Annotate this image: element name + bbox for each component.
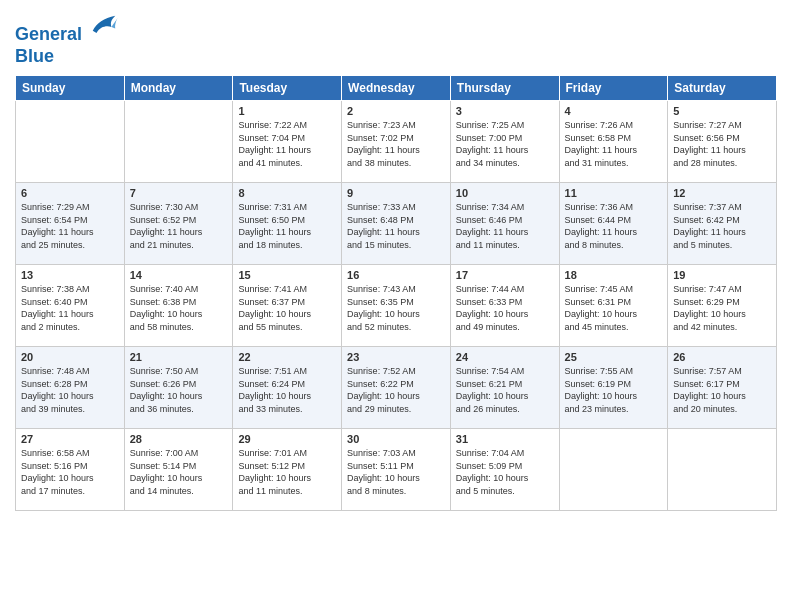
cell-content: Sunrise: 7:01 AM Sunset: 5:12 PM Dayligh… xyxy=(238,447,336,497)
day-number: 22 xyxy=(238,351,336,363)
calendar-cell: 13Sunrise: 7:38 AM Sunset: 6:40 PM Dayli… xyxy=(16,265,125,347)
day-number: 10 xyxy=(456,187,554,199)
logo-blue: Blue xyxy=(15,46,54,66)
calendar-cell xyxy=(668,429,777,511)
calendar-cell: 9Sunrise: 7:33 AM Sunset: 6:48 PM Daylig… xyxy=(342,183,451,265)
calendar-week-row: 1Sunrise: 7:22 AM Sunset: 7:04 PM Daylig… xyxy=(16,101,777,183)
cell-content: Sunrise: 7:22 AM Sunset: 7:04 PM Dayligh… xyxy=(238,119,336,169)
day-number: 3 xyxy=(456,105,554,117)
cell-content: Sunrise: 6:58 AM Sunset: 5:16 PM Dayligh… xyxy=(21,447,119,497)
calendar-cell: 30Sunrise: 7:03 AM Sunset: 5:11 PM Dayli… xyxy=(342,429,451,511)
day-number: 7 xyxy=(130,187,228,199)
calendar-cell: 3Sunrise: 7:25 AM Sunset: 7:00 PM Daylig… xyxy=(450,101,559,183)
cell-content: Sunrise: 7:51 AM Sunset: 6:24 PM Dayligh… xyxy=(238,365,336,415)
logo: General Blue xyxy=(15,10,119,67)
cell-content: Sunrise: 7:33 AM Sunset: 6:48 PM Dayligh… xyxy=(347,201,445,251)
calendar-cell: 7Sunrise: 7:30 AM Sunset: 6:52 PM Daylig… xyxy=(124,183,233,265)
calendar-week-row: 27Sunrise: 6:58 AM Sunset: 5:16 PM Dayli… xyxy=(16,429,777,511)
cell-content: Sunrise: 7:23 AM Sunset: 7:02 PM Dayligh… xyxy=(347,119,445,169)
cell-content: Sunrise: 7:29 AM Sunset: 6:54 PM Dayligh… xyxy=(21,201,119,251)
day-number: 23 xyxy=(347,351,445,363)
cell-content: Sunrise: 7:26 AM Sunset: 6:58 PM Dayligh… xyxy=(565,119,663,169)
logo-general: General xyxy=(15,24,82,44)
calendar-cell: 4Sunrise: 7:26 AM Sunset: 6:58 PM Daylig… xyxy=(559,101,668,183)
calendar-week-row: 13Sunrise: 7:38 AM Sunset: 6:40 PM Dayli… xyxy=(16,265,777,347)
cell-content: Sunrise: 7:27 AM Sunset: 6:56 PM Dayligh… xyxy=(673,119,771,169)
calendar-cell: 8Sunrise: 7:31 AM Sunset: 6:50 PM Daylig… xyxy=(233,183,342,265)
cell-content: Sunrise: 7:25 AM Sunset: 7:00 PM Dayligh… xyxy=(456,119,554,169)
day-number: 17 xyxy=(456,269,554,281)
cell-content: Sunrise: 7:57 AM Sunset: 6:17 PM Dayligh… xyxy=(673,365,771,415)
day-number: 31 xyxy=(456,433,554,445)
weekday-header: Tuesday xyxy=(233,76,342,101)
calendar-cell: 14Sunrise: 7:40 AM Sunset: 6:38 PM Dayli… xyxy=(124,265,233,347)
day-number: 9 xyxy=(347,187,445,199)
calendar-cell: 27Sunrise: 6:58 AM Sunset: 5:16 PM Dayli… xyxy=(16,429,125,511)
cell-content: Sunrise: 7:52 AM Sunset: 6:22 PM Dayligh… xyxy=(347,365,445,415)
day-number: 25 xyxy=(565,351,663,363)
cell-content: Sunrise: 7:47 AM Sunset: 6:29 PM Dayligh… xyxy=(673,283,771,333)
page: General Blue SundayMondayTuesdayWednesda… xyxy=(0,0,792,612)
calendar-cell xyxy=(16,101,125,183)
cell-content: Sunrise: 7:31 AM Sunset: 6:50 PM Dayligh… xyxy=(238,201,336,251)
weekday-header: Sunday xyxy=(16,76,125,101)
calendar-cell: 5Sunrise: 7:27 AM Sunset: 6:56 PM Daylig… xyxy=(668,101,777,183)
day-number: 15 xyxy=(238,269,336,281)
day-number: 28 xyxy=(130,433,228,445)
day-number: 19 xyxy=(673,269,771,281)
day-number: 6 xyxy=(21,187,119,199)
weekday-header: Saturday xyxy=(668,76,777,101)
calendar-week-row: 6Sunrise: 7:29 AM Sunset: 6:54 PM Daylig… xyxy=(16,183,777,265)
cell-content: Sunrise: 7:36 AM Sunset: 6:44 PM Dayligh… xyxy=(565,201,663,251)
header: General Blue xyxy=(15,10,777,67)
weekday-header: Monday xyxy=(124,76,233,101)
day-number: 11 xyxy=(565,187,663,199)
weekday-header: Thursday xyxy=(450,76,559,101)
logo-bird-icon xyxy=(89,10,119,40)
cell-content: Sunrise: 7:00 AM Sunset: 5:14 PM Dayligh… xyxy=(130,447,228,497)
day-number: 21 xyxy=(130,351,228,363)
day-number: 18 xyxy=(565,269,663,281)
calendar-cell: 12Sunrise: 7:37 AM Sunset: 6:42 PM Dayli… xyxy=(668,183,777,265)
calendar-cell: 26Sunrise: 7:57 AM Sunset: 6:17 PM Dayli… xyxy=(668,347,777,429)
day-number: 20 xyxy=(21,351,119,363)
cell-content: Sunrise: 7:03 AM Sunset: 5:11 PM Dayligh… xyxy=(347,447,445,497)
calendar-cell: 29Sunrise: 7:01 AM Sunset: 5:12 PM Dayli… xyxy=(233,429,342,511)
calendar-cell: 2Sunrise: 7:23 AM Sunset: 7:02 PM Daylig… xyxy=(342,101,451,183)
calendar-cell: 23Sunrise: 7:52 AM Sunset: 6:22 PM Dayli… xyxy=(342,347,451,429)
day-number: 1 xyxy=(238,105,336,117)
cell-content: Sunrise: 7:45 AM Sunset: 6:31 PM Dayligh… xyxy=(565,283,663,333)
day-number: 26 xyxy=(673,351,771,363)
day-number: 12 xyxy=(673,187,771,199)
calendar-cell: 24Sunrise: 7:54 AM Sunset: 6:21 PM Dayli… xyxy=(450,347,559,429)
day-number: 13 xyxy=(21,269,119,281)
day-number: 30 xyxy=(347,433,445,445)
calendar-cell: 16Sunrise: 7:43 AM Sunset: 6:35 PM Dayli… xyxy=(342,265,451,347)
calendar-cell: 21Sunrise: 7:50 AM Sunset: 6:26 PM Dayli… xyxy=(124,347,233,429)
cell-content: Sunrise: 7:41 AM Sunset: 6:37 PM Dayligh… xyxy=(238,283,336,333)
cell-content: Sunrise: 7:44 AM Sunset: 6:33 PM Dayligh… xyxy=(456,283,554,333)
calendar-cell: 10Sunrise: 7:34 AM Sunset: 6:46 PM Dayli… xyxy=(450,183,559,265)
calendar-cell: 1Sunrise: 7:22 AM Sunset: 7:04 PM Daylig… xyxy=(233,101,342,183)
logo-text: General Blue xyxy=(15,10,119,67)
day-number: 14 xyxy=(130,269,228,281)
cell-content: Sunrise: 7:55 AM Sunset: 6:19 PM Dayligh… xyxy=(565,365,663,415)
calendar-cell: 20Sunrise: 7:48 AM Sunset: 6:28 PM Dayli… xyxy=(16,347,125,429)
calendar-cell xyxy=(559,429,668,511)
day-number: 5 xyxy=(673,105,771,117)
cell-content: Sunrise: 7:30 AM Sunset: 6:52 PM Dayligh… xyxy=(130,201,228,251)
cell-content: Sunrise: 7:48 AM Sunset: 6:28 PM Dayligh… xyxy=(21,365,119,415)
calendar-cell: 17Sunrise: 7:44 AM Sunset: 6:33 PM Dayli… xyxy=(450,265,559,347)
calendar-cell: 19Sunrise: 7:47 AM Sunset: 6:29 PM Dayli… xyxy=(668,265,777,347)
weekday-header: Wednesday xyxy=(342,76,451,101)
cell-content: Sunrise: 7:34 AM Sunset: 6:46 PM Dayligh… xyxy=(456,201,554,251)
cell-content: Sunrise: 7:40 AM Sunset: 6:38 PM Dayligh… xyxy=(130,283,228,333)
calendar-cell: 11Sunrise: 7:36 AM Sunset: 6:44 PM Dayli… xyxy=(559,183,668,265)
day-number: 8 xyxy=(238,187,336,199)
day-number: 16 xyxy=(347,269,445,281)
day-number: 29 xyxy=(238,433,336,445)
calendar-cell: 15Sunrise: 7:41 AM Sunset: 6:37 PM Dayli… xyxy=(233,265,342,347)
day-number: 2 xyxy=(347,105,445,117)
cell-content: Sunrise: 7:38 AM Sunset: 6:40 PM Dayligh… xyxy=(21,283,119,333)
calendar-cell: 22Sunrise: 7:51 AM Sunset: 6:24 PM Dayli… xyxy=(233,347,342,429)
